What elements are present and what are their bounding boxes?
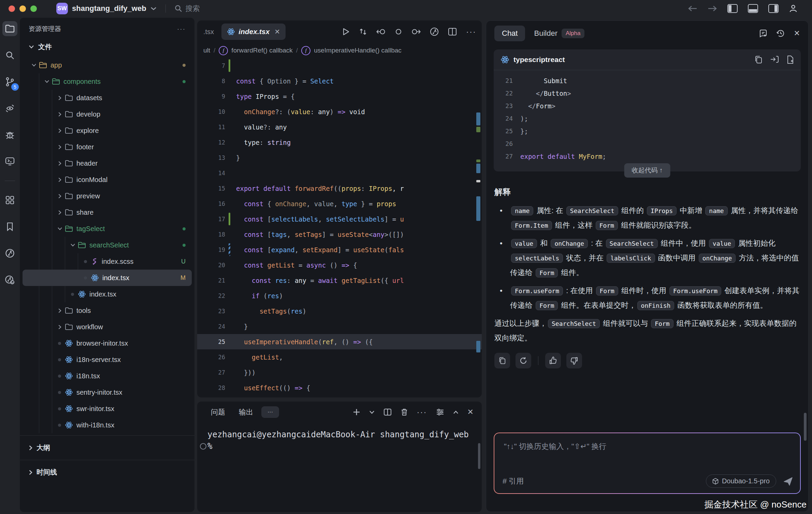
tab-index-tsx[interactable]: index.tsx ✕: [221, 24, 286, 40]
breadcrumb-item[interactable]: useImperativeHandle() callbac: [314, 47, 402, 54]
kill-terminal-icon[interactable]: [401, 408, 408, 416]
toggle-right-panel-icon[interactable]: [768, 4, 779, 13]
outline-section-header[interactable]: 大纲: [20, 438, 194, 458]
tree-item-footer[interactable]: footer: [23, 139, 192, 155]
step-back-icon[interactable]: [376, 28, 385, 35]
tab-chat[interactable]: Chat: [494, 26, 525, 41]
panel-more-tabs-icon[interactable]: ···: [261, 406, 279, 418]
toggle-left-panel-icon[interactable]: [727, 4, 738, 13]
minimize-traffic-light[interactable]: [19, 5, 26, 12]
tab-output[interactable]: 输出: [233, 405, 259, 420]
debug-activity-icon[interactable]: [2, 127, 17, 142]
tree-item-preview[interactable]: preview: [23, 188, 192, 204]
terminal-content[interactable]: yezhangcai@yezhangcaideMacBook-Air shang…: [197, 423, 482, 458]
tree-item-i18n.tsx[interactable]: i18n.tsx: [23, 368, 192, 384]
tree-item-with-i18n.tsx[interactable]: with-i18n.tsx: [23, 417, 192, 433]
tree-item-i18n-server.tsx[interactable]: i18n-server.tsx: [23, 351, 192, 368]
breadcrumb[interactable]: ult/fforwardRef() callback/fuseImperativ…: [197, 43, 482, 58]
tree-item-searchSelect[interactable]: searchSelect: [23, 237, 192, 253]
copy-message-button[interactable]: [494, 353, 510, 368]
step-over-icon[interactable]: [412, 28, 421, 35]
close-traffic-light[interactable]: [9, 5, 15, 12]
tree-item-tagSelect[interactable]: tagSelect: [23, 221, 192, 237]
tree-item-app[interactable]: app: [23, 57, 192, 73]
toggle-bottom-panel-icon[interactable]: [748, 4, 758, 13]
tree-item-explore[interactable]: explore: [23, 122, 192, 139]
model-selector[interactable]: Doubao-1.5-pro: [706, 474, 776, 488]
chevron-down-icon[interactable]: [150, 6, 157, 11]
split-editor-icon[interactable]: [448, 28, 457, 36]
close-panel-icon[interactable]: ✕: [467, 408, 474, 417]
maximize-panel-icon[interactable]: [453, 410, 459, 414]
editor-more-icon[interactable]: ···: [466, 27, 476, 36]
tab-builder[interactable]: Builder Alpha: [534, 29, 584, 38]
forward-icon[interactable]: [708, 5, 717, 12]
thumbs-up-button[interactable]: [545, 353, 561, 368]
watermark: 掘金技术社区 @ noSence: [705, 499, 807, 511]
tree-item-components[interactable]: components: [23, 73, 192, 90]
project-name[interactable]: shangtang_dify_web: [72, 4, 146, 13]
compare-changes-icon[interactable]: [359, 28, 367, 36]
terminal-more-icon[interactable]: ···: [417, 407, 427, 417]
terminal-dropdown-icon[interactable]: [369, 410, 375, 414]
source-control-activity-icon[interactable]: 5: [2, 74, 17, 89]
tree-item-browser-initor.tsx[interactable]: browser-initor.tsx: [23, 335, 192, 351]
send-icon[interactable]: [783, 476, 793, 486]
partial-tab[interactable]: .tsx: [203, 28, 214, 36]
run-icon[interactable]: [342, 28, 350, 36]
explorer-activity-icon[interactable]: [2, 21, 17, 36]
tree-item-sentry-initor.tsx[interactable]: sentry-initor.tsx: [23, 384, 192, 400]
regenerate-button[interactable]: [516, 353, 531, 368]
chat-input-box[interactable]: "↑↓" 切换历史输入，"⇧↵" 换行 # 引用 Doubao-1.5-pro: [494, 433, 801, 494]
reference-button[interactable]: # 引用: [503, 476, 524, 486]
run-marker-icon[interactable]: [394, 28, 403, 35]
tree-item-index.tsx[interactable]: index.tsx: [23, 286, 192, 302]
global-search[interactable]: 搜索: [175, 4, 200, 13]
close-tab-icon[interactable]: ✕: [274, 28, 280, 36]
collapse-code-button[interactable]: 收起代码 ↑: [624, 163, 670, 178]
search-activity-icon[interactable]: [2, 48, 17, 63]
tab-problems[interactable]: 问题: [205, 405, 231, 420]
account-icon[interactable]: [789, 4, 798, 13]
tree-item-workflow[interactable]: workflow: [23, 319, 192, 335]
breadcrumb-item[interactable]: forwardRef() callback: [231, 47, 293, 54]
git-lens-activity-icon[interactable]: [2, 272, 17, 287]
terminal-activity-icon[interactable]: [2, 154, 17, 169]
new-terminal-icon[interactable]: [353, 408, 360, 416]
history-icon[interactable]: [776, 29, 785, 38]
maximize-traffic-light[interactable]: [30, 5, 37, 12]
code-line-24: 24);: [494, 112, 801, 125]
insert-code-icon[interactable]: [770, 55, 779, 63]
tree-item-swr-initor.tsx[interactable]: swr-initor.tsx: [23, 400, 192, 417]
tree-item-iconModal[interactable]: iconModal: [23, 171, 192, 188]
chat-scrollbar[interactable]: [804, 413, 807, 441]
split-terminal-icon[interactable]: [383, 408, 392, 416]
timeline-section-header[interactable]: 时间线: [20, 462, 194, 482]
tree-item-tools[interactable]: tools: [23, 302, 192, 319]
filter-icon[interactable]: [436, 408, 444, 416]
tree-item-header[interactable]: header: [23, 155, 192, 171]
explorer-menu-icon[interactable]: ···: [177, 25, 186, 33]
tree-item-develop[interactable]: develop: [23, 106, 192, 122]
tree-item-index.scss[interactable]: index.scssU: [23, 253, 192, 270]
copy-code-icon[interactable]: [754, 55, 763, 64]
files-section-header[interactable]: 文件: [20, 37, 194, 57]
new-chat-icon[interactable]: [758, 29, 767, 38]
thumbs-down-button[interactable]: [566, 353, 582, 368]
text-run: 组件时，使用: [619, 286, 668, 295]
code-area[interactable]: 78const { Option } = Select9type IProps …: [197, 58, 482, 397]
terminal-scrollbar[interactable]: [478, 443, 480, 469]
tree-item-datasets[interactable]: datasets: [23, 90, 192, 106]
run-git-icon[interactable]: [430, 27, 439, 36]
new-file-from-code-icon[interactable]: [786, 55, 794, 64]
tree-item-share[interactable]: share: [23, 204, 192, 221]
extensions-activity-icon[interactable]: [2, 193, 17, 208]
tree-item-index.tsx[interactable]: index.tsxM: [23, 270, 192, 286]
review-activity-icon[interactable]: [2, 101, 17, 116]
folder-icon: [65, 193, 73, 199]
git-graph-activity-icon[interactable]: [2, 246, 17, 261]
bookmarks-activity-icon[interactable]: [2, 219, 17, 234]
back-icon[interactable]: [688, 5, 697, 12]
breadcrumb-item[interactable]: ult: [203, 47, 210, 54]
close-chat-icon[interactable]: ✕: [794, 29, 800, 38]
